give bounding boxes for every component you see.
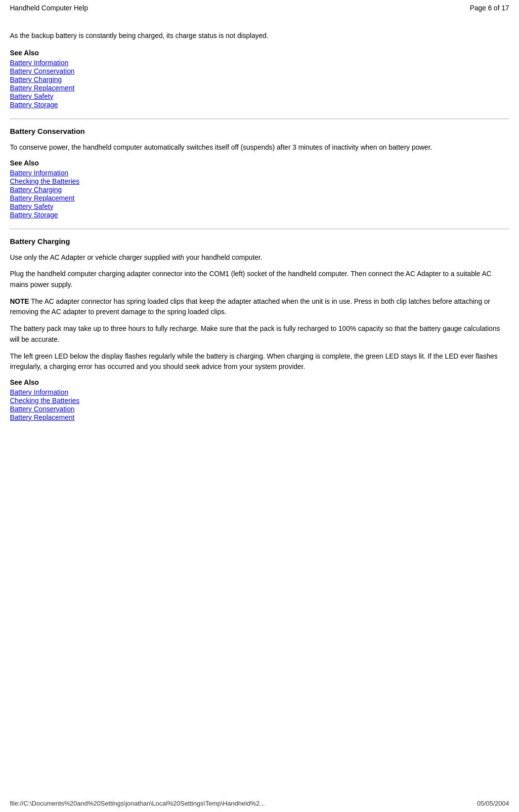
- link-battery-replacement-2[interactable]: Battery Replacement: [10, 194, 509, 202]
- section-body-conservation: To conserve power, the handheld computer…: [10, 142, 509, 153]
- link-battery-safety-2[interactable]: Battery Safety: [10, 203, 509, 210]
- link-battery-charging-1[interactable]: Battery Charging: [10, 76, 509, 83]
- link-battery-conservation-1[interactable]: Battery Conservation: [10, 67, 509, 75]
- link-battery-information-1[interactable]: Battery Information: [10, 59, 509, 67]
- charging-body1: Use only the AC Adapter or vehicle charg…: [10, 252, 509, 263]
- footer-date: 05/05/2004: [477, 800, 509, 807]
- note-label: NOTE: [10, 297, 29, 305]
- section-title-conservation: Battery Conservation: [10, 127, 509, 135]
- divider-1: [10, 119, 509, 119]
- link-checking-batteries-3[interactable]: Checking the Batteries: [10, 397, 509, 405]
- see-also-block-1: See Also Battery Information Battery Con…: [10, 49, 509, 109]
- section-title-charging: Battery Charging: [10, 237, 509, 245]
- charging-note: NOTE The AC adapter connector has spring…: [10, 296, 509, 318]
- see-also-links-1: Battery Information Battery Conservation…: [10, 59, 509, 109]
- link-battery-information-3[interactable]: Battery Information: [10, 388, 509, 396]
- link-battery-charging-2[interactable]: Battery Charging: [10, 186, 509, 194]
- see-also-label-2: See Also: [10, 159, 509, 167]
- see-also-block-3: See Also Battery Information Checking th…: [10, 378, 509, 421]
- intro-text: As the backup battery is constantly bein…: [10, 31, 509, 41]
- link-battery-conservation-3[interactable]: Battery Conservation: [10, 405, 509, 413]
- link-battery-storage-2[interactable]: Battery Storage: [10, 211, 509, 219]
- link-battery-information-2[interactable]: Battery Information: [10, 169, 509, 177]
- footer-path: file://C:\Documents%20and%20Settings\jon…: [10, 800, 265, 807]
- link-battery-safety-1[interactable]: Battery Safety: [10, 92, 509, 100]
- see-also-links-3: Battery Information Checking the Batteri…: [10, 388, 509, 421]
- see-also-label-3: See Also: [10, 378, 509, 386]
- charging-body2: Plug the handheld computer charging adap…: [10, 269, 509, 290]
- link-checking-batteries-2[interactable]: Checking the Batteries: [10, 177, 509, 185]
- link-battery-replacement-3[interactable]: Battery Replacement: [10, 413, 509, 421]
- see-also-block-2: See Also Battery Information Checking th…: [10, 159, 509, 219]
- note-text: The AC adapter connector has spring load…: [10, 297, 490, 316]
- conservation-body1: To conserve power, the handheld computer…: [10, 142, 509, 153]
- see-also-links-2: Battery Information Checking the Batteri…: [10, 169, 509, 219]
- link-battery-storage-1[interactable]: Battery Storage: [10, 101, 509, 109]
- header-title: Handheld Computer Help: [10, 4, 88, 12]
- section-body-charging: Use only the AC Adapter or vehicle charg…: [10, 252, 509, 372]
- charging-body4: The left green LED below the display fla…: [10, 351, 509, 372]
- link-battery-replacement-1[interactable]: Battery Replacement: [10, 84, 509, 92]
- page-number: Page 6 of 17: [470, 4, 509, 12]
- charging-body3: The battery pack may take up to three ho…: [10, 324, 509, 345]
- divider-2: [10, 229, 509, 229]
- see-also-label-1: See Also: [10, 49, 509, 57]
